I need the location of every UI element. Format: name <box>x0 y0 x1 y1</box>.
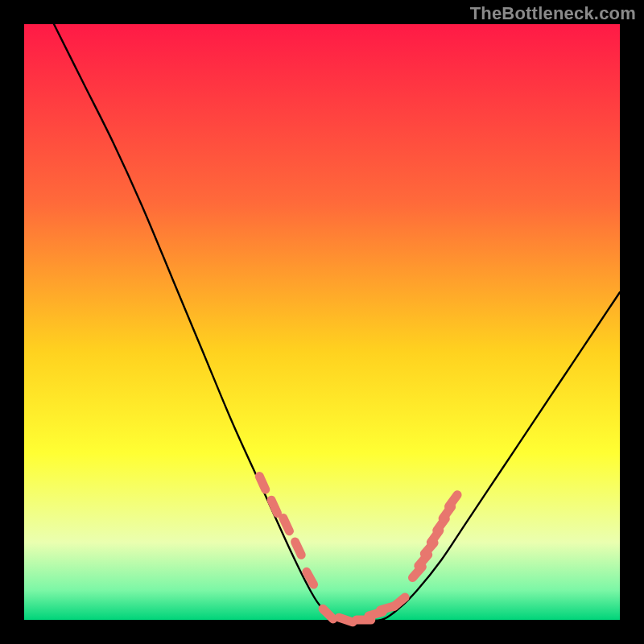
chart-svg <box>24 24 620 620</box>
marker-left-cluster <box>283 518 290 530</box>
bottleneck-curve <box>54 24 620 621</box>
chart-frame: TheBottleneck.com <box>0 0 644 644</box>
marker-floor-cluster <box>339 617 353 622</box>
marker-right-cluster <box>449 495 458 507</box>
marker-left-cluster <box>307 572 314 584</box>
marker-left-cluster <box>295 542 302 555</box>
plot-area <box>24 24 620 620</box>
marker-floor-cluster <box>323 609 333 619</box>
marker-left-cluster <box>271 500 277 513</box>
watermark-text: TheBottleneck.com <box>470 3 636 24</box>
marker-left-cluster <box>259 477 265 489</box>
